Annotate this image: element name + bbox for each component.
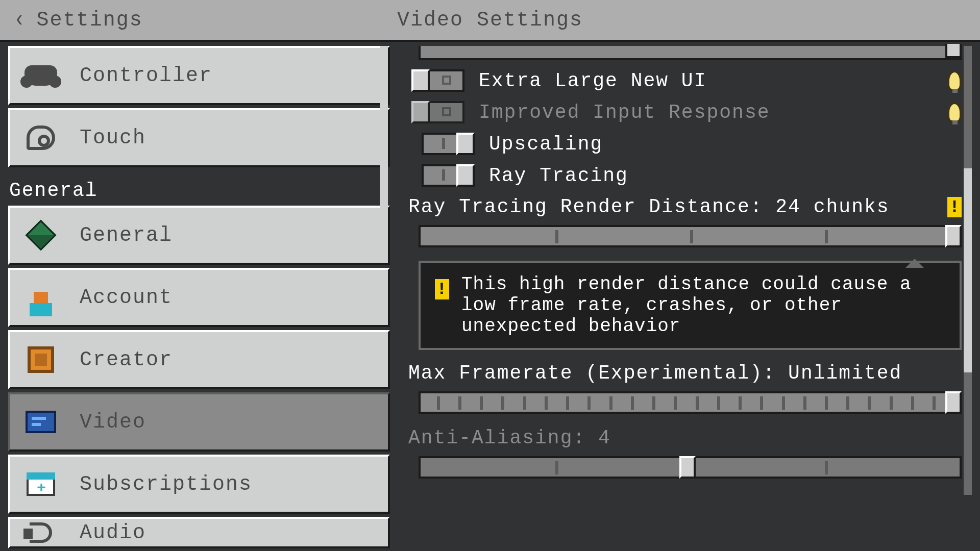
toggle-extra-large-ui[interactable] [411, 69, 464, 92]
sidebar-item-subscriptions[interactable]: Subscriptions [8, 455, 390, 514]
sidebar-item-label: General [80, 224, 173, 247]
slider-label: Ray Tracing Render Distance: 24 chunks [408, 196, 890, 218]
sidebar-item-label: Touch [80, 127, 146, 149]
controller-icon [22, 57, 59, 94]
slider-label: Max Framerate (Experimental): Unlimited [408, 362, 902, 384]
subscriptions-icon [22, 466, 59, 503]
sidebar-item-audio[interactable]: Audio [8, 517, 390, 548]
sidebar-item-controller[interactable]: Controller [8, 46, 390, 105]
sidebar-item-label: Subscriptions [80, 473, 252, 496]
toggle-label: Improved Input Response [479, 102, 770, 123]
sidebar-item-label: Video [80, 411, 146, 434]
slider-anti-aliasing [419, 456, 962, 479]
slider-label: Anti-Aliasing: 4 [408, 427, 611, 449]
slider-max-framerate[interactable] [419, 391, 962, 414]
sidebar-item-label: Creator [80, 348, 173, 371]
toggle-ray-tracing[interactable] [422, 164, 475, 187]
cube-icon [22, 217, 59, 254]
touch-icon [22, 119, 59, 156]
sidebar-item-touch[interactable]: Touch [8, 108, 390, 167]
sidebar-scrollbar[interactable] [380, 46, 388, 240]
warning-icon: ! [435, 279, 449, 299]
content-scrollbar[interactable] [964, 46, 972, 495]
sidebar-item-account[interactable]: Account [8, 268, 390, 327]
warning-icon[interactable]: ! [947, 197, 962, 217]
sidebar-item-label: Audio [80, 521, 146, 544]
video-icon [22, 404, 59, 440]
content-panel: Extra Large New UI Improved Input Respon… [398, 42, 980, 551]
info-bulb-icon[interactable] [947, 102, 962, 122]
sidebar-item-video[interactable]: Video [8, 392, 390, 452]
account-icon [22, 279, 59, 316]
page-title: Video Settings [0, 9, 980, 32]
info-bulb-icon[interactable] [947, 70, 962, 91]
slider-rt-render-distance[interactable] [419, 225, 962, 247]
toggle-label: Extra Large New UI [479, 70, 706, 92]
topbar: ‹ Settings Video Settings [0, 0, 980, 42]
rt-warning-callout: ! This high render distance could cause … [419, 261, 962, 350]
sidebar-item-general[interactable]: General [8, 206, 390, 265]
toggle-improved-input [411, 101, 464, 123]
back-chevron-icon[interactable]: ‹ [14, 7, 26, 33]
audio-icon [22, 517, 59, 548]
toggle-label: Upscaling [489, 133, 603, 155]
sidebar-section-general: General [9, 180, 390, 202]
toggle-label: Ray Tracing [489, 165, 628, 187]
slider-cutoff[interactable] [419, 46, 962, 60]
creator-icon [22, 341, 59, 378]
sidebar-item-creator[interactable]: Creator [8, 330, 390, 389]
toggle-upscaling[interactable] [422, 133, 475, 155]
back-label[interactable]: Settings [37, 9, 143, 32]
sidebar-item-label: Controller [80, 64, 212, 87]
warning-text: This high render distance could cause a … [461, 274, 945, 337]
sidebar-item-label: Account [80, 286, 173, 309]
sidebar: Controller Touch General General Account… [0, 42, 398, 551]
